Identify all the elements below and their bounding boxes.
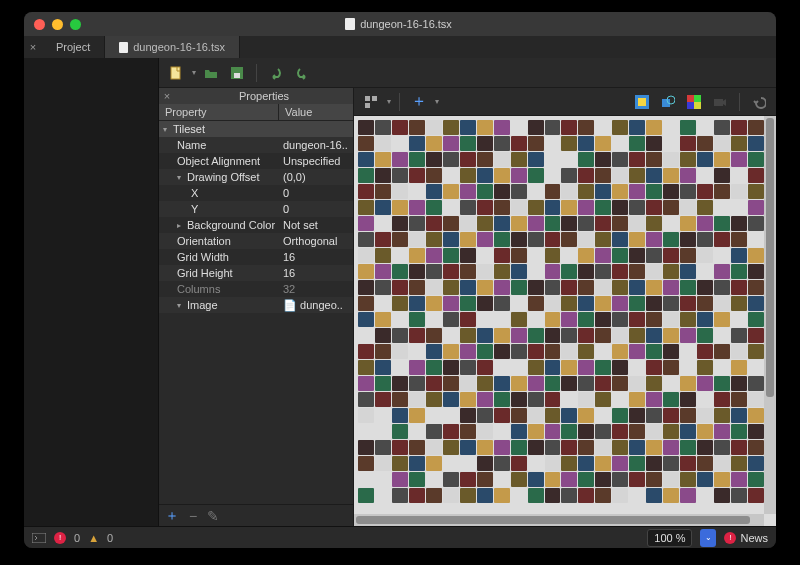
panel-close-icon[interactable]: × — [159, 90, 175, 102]
dropdown-icon[interactable]: ▾ — [192, 68, 196, 77]
svg-rect-15 — [32, 533, 46, 543]
statusbar: ! 0 ▲ 0 100 % ⌄ ! News — [24, 526, 776, 548]
color-button[interactable] — [683, 91, 705, 113]
main-toolbar: ▾ — [159, 58, 776, 88]
svg-rect-4 — [372, 96, 377, 101]
project-panel — [24, 58, 159, 526]
svg-rect-14 — [714, 99, 723, 106]
window-title: dungeon-16-16.tsx — [88, 18, 709, 30]
property-row[interactable]: Y0 — [159, 201, 353, 217]
window-maximize-button[interactable] — [70, 19, 81, 30]
col-property: Property — [159, 104, 279, 120]
tab-label: Project — [56, 41, 90, 53]
tileset-area: ▾ ＋▾ — [354, 88, 776, 526]
warning-count: 0 — [107, 532, 113, 544]
open-button[interactable] — [200, 62, 222, 84]
properties-list[interactable]: ▾TilesetNamedungeon-16..Object Alignment… — [159, 121, 353, 313]
add-tile-button[interactable]: ＋ — [408, 91, 430, 113]
svg-rect-11 — [694, 95, 701, 102]
file-icon — [345, 18, 355, 30]
svg-rect-7 — [638, 98, 646, 106]
property-row[interactable]: OrientationOrthogonal — [159, 233, 353, 249]
zoom-dropdown[interactable]: ⌄ — [700, 529, 716, 547]
svg-rect-3 — [365, 96, 370, 101]
highlight-button[interactable] — [631, 91, 653, 113]
properties-panel: × Properties Property Value ▾TilesetName… — [159, 88, 354, 526]
scrollbar-horizontal[interactable] — [354, 514, 764, 526]
properties-header: × Properties — [159, 88, 353, 104]
property-row[interactable]: Grid Width16 — [159, 249, 353, 265]
svg-rect-13 — [694, 102, 701, 109]
tile-tool-button[interactable] — [360, 91, 382, 113]
dropdown-icon[interactable]: ▾ — [435, 97, 439, 106]
console-icon[interactable] — [32, 533, 46, 543]
zoom-input[interactable]: 100 % — [647, 529, 692, 547]
panel-title: Properties — [175, 90, 353, 102]
tab-label: dungeon-16-16.tsx — [133, 41, 225, 53]
camera-button[interactable] — [709, 91, 731, 113]
remove-property-button[interactable]: − — [189, 508, 197, 524]
new-button[interactable] — [165, 62, 187, 84]
close-tab-icon[interactable]: × — [24, 36, 42, 58]
redo-button[interactable] — [291, 62, 313, 84]
property-row[interactable]: X0 — [159, 185, 353, 201]
window-minimize-button[interactable] — [52, 19, 63, 30]
news-button[interactable]: ! News — [724, 532, 768, 544]
property-row[interactable]: Columns32 — [159, 281, 353, 297]
error-icon[interactable]: ! — [54, 532, 66, 544]
error-count: 0 — [74, 532, 80, 544]
property-row[interactable]: ▾Tileset — [159, 121, 353, 137]
properties-columns: Property Value — [159, 104, 353, 121]
scrollbar-vertical[interactable] — [764, 116, 776, 514]
property-row[interactable]: Namedungeon-16.. — [159, 137, 353, 153]
undo-button[interactable] — [265, 62, 287, 84]
tab-project[interactable]: Project — [42, 36, 105, 58]
property-row[interactable]: ▾Image📄 dungeo.. — [159, 297, 353, 313]
warning-icon[interactable]: ▲ — [88, 532, 99, 544]
titlebar: dungeon-16-16.tsx — [24, 12, 776, 36]
col-value: Value — [279, 104, 318, 120]
svg-rect-2 — [234, 73, 240, 78]
tab-file[interactable]: dungeon-16-16.tsx — [105, 36, 240, 58]
shape-button[interactable] — [657, 91, 679, 113]
svg-rect-10 — [687, 95, 694, 102]
back-button[interactable] — [748, 91, 770, 113]
property-row[interactable]: Object AlignmentUnspecified — [159, 153, 353, 169]
svg-rect-12 — [687, 102, 694, 109]
title-text: dungeon-16-16.tsx — [360, 18, 452, 30]
property-row[interactable]: ▾Drawing Offset(0,0) — [159, 169, 353, 185]
dropdown-icon[interactable]: ▾ — [387, 97, 391, 106]
file-icon — [119, 42, 128, 53]
document-tabbar: × Project dungeon-16-16.tsx — [24, 36, 776, 58]
svg-rect-5 — [365, 103, 370, 108]
window-close-button[interactable] — [34, 19, 45, 30]
edit-property-button[interactable]: ✎ — [207, 508, 219, 524]
property-row[interactable]: Grid Height16 — [159, 265, 353, 281]
add-property-button[interactable]: ＋ — [165, 507, 179, 525]
news-badge-icon: ! — [724, 532, 736, 544]
property-row[interactable]: ▸Background ColorNot set — [159, 217, 353, 233]
svg-rect-0 — [171, 67, 180, 79]
tileset-viewport[interactable] — [354, 116, 776, 526]
properties-actions: ＋ − ✎ — [159, 504, 353, 526]
save-button[interactable] — [226, 62, 248, 84]
tileset-toolbar: ▾ ＋▾ — [354, 88, 776, 116]
news-label: News — [740, 532, 768, 544]
app-window: dungeon-16-16.tsx × Project dungeon-16-1… — [24, 12, 776, 548]
